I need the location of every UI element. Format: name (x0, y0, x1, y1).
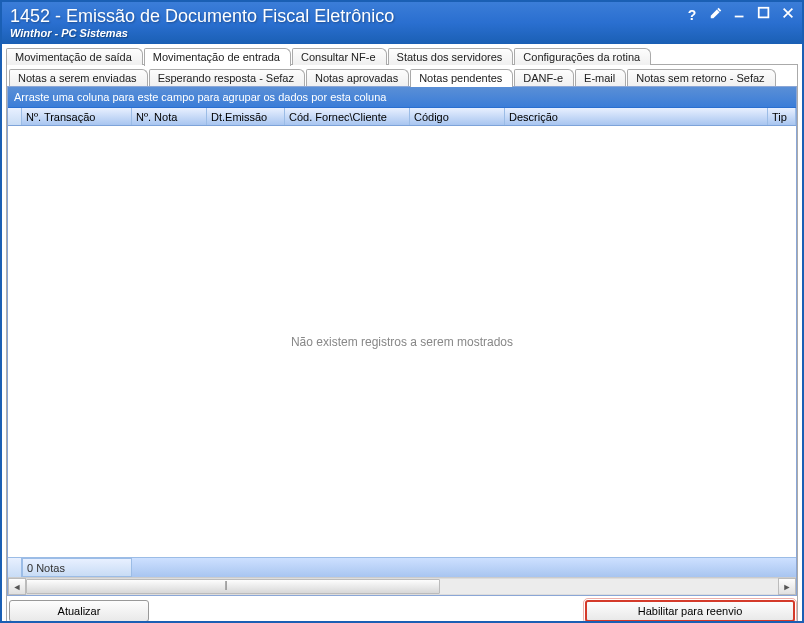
footer-count: 0 Notas (22, 558, 132, 577)
col-tipo[interactable]: Tip (768, 108, 796, 125)
col-dtemissao[interactable]: Dt.Emissão (207, 108, 285, 125)
tab-consultar-nfe[interactable]: Consultar NF-e (292, 48, 387, 65)
primary-tabs: Movimentação de saída Movimentação de en… (6, 48, 798, 65)
col-fornec-cliente[interactable]: Cód. Fornec\Cliente (285, 108, 410, 125)
grid-empty-text: Não existem registros a serem mostrados (291, 335, 513, 349)
resend-button[interactable]: Habilitar para reenvio (585, 600, 795, 622)
grid-body: Não existem registros a serem mostrados (8, 126, 796, 557)
content-area: Movimentação de saída Movimentação de en… (2, 44, 802, 623)
col-descricao[interactable]: Descrição (505, 108, 768, 125)
scroll-right-icon[interactable]: ► (778, 578, 796, 595)
col-nota[interactable]: Nº. Nota (132, 108, 207, 125)
group-by-bar[interactable]: Arraste uma coluna para este campo para … (8, 87, 796, 108)
tab-notas-enviar[interactable]: Notas a serem enviadas (9, 69, 148, 86)
col-transacao[interactable]: Nº. Transação (22, 108, 132, 125)
titlebar-controls: ? (684, 6, 796, 23)
tab-notas-sem-retorno[interactable]: Notas sem retorno - Sefaz (627, 69, 775, 86)
update-button[interactable]: Atualizar (9, 600, 149, 622)
svg-rect-0 (735, 16, 744, 18)
maximize-icon[interactable] (756, 6, 772, 23)
secondary-tabs: Notas a serem enviadas Esperando respost… (7, 69, 797, 86)
tab-notas-pendentes[interactable]: Notas pendentes (410, 69, 513, 87)
tab-status-servidores[interactable]: Status dos servidores (388, 48, 514, 65)
titlebar: 1452 - Emissão de Documento Fiscal Eletr… (2, 2, 802, 44)
window-subtitle: Winthor - PC Sistemas (10, 27, 794, 39)
tab-mov-entrada[interactable]: Movimentação de entrada (144, 48, 291, 66)
tab-config-rotina[interactable]: Configurações da rotina (514, 48, 651, 65)
edit-icon[interactable] (708, 6, 724, 23)
tab-mov-saida[interactable]: Movimentação de saída (6, 48, 143, 65)
tab-danfe[interactable]: DANF-e (514, 69, 574, 86)
button-row: Atualizar Habilitar para reenvio (7, 596, 797, 623)
window-title: 1452 - Emissão de Documento Fiscal Eletr… (10, 6, 794, 27)
tab-esperando-resposta[interactable]: Esperando resposta - Sefaz (149, 69, 305, 86)
row-indicator-footer (8, 558, 22, 577)
scroll-track[interactable] (26, 578, 778, 595)
horizontal-scrollbar[interactable]: ◄ ► (8, 577, 796, 595)
row-indicator-header (8, 108, 22, 125)
close-icon[interactable] (780, 6, 796, 23)
tab-notas-aprovadas[interactable]: Notas aprovadas (306, 69, 409, 86)
scroll-thumb[interactable] (26, 579, 440, 594)
minimize-icon[interactable] (732, 6, 748, 23)
svg-rect-1 (759, 8, 769, 18)
tab-email[interactable]: E-mail (575, 69, 626, 86)
help-icon[interactable]: ? (684, 7, 700, 23)
col-codigo[interactable]: Código (410, 108, 505, 125)
grid-panel: Arraste uma coluna para este campo para … (7, 86, 797, 596)
grid-footer: 0 Notas (8, 557, 796, 577)
scroll-left-icon[interactable]: ◄ (8, 578, 26, 595)
grid-header: Nº. Transação Nº. Nota Dt.Emissão Cód. F… (8, 108, 796, 126)
